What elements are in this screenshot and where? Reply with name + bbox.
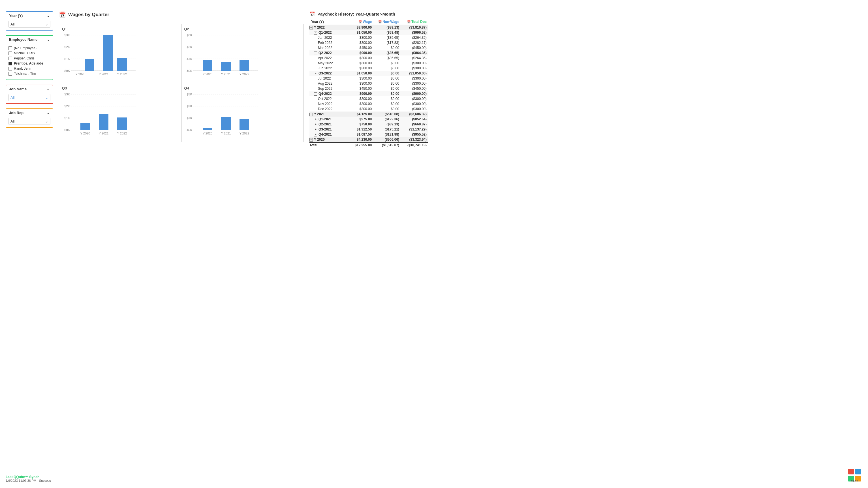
table-row[interactable]: −Q3-2022$1,050.00$0.00($1,050.00): [309, 71, 428, 76]
table-row[interactable]: Feb 2022$300.00($17.83)($282.17): [309, 40, 428, 45]
table-row[interactable]: +Y 2020$4,230.00($906.06)($3,323.94): [309, 137, 428, 142]
table-row[interactable]: −Q4-2022$900.00$0.00($900.00): [309, 91, 428, 96]
job-rep-filter-header[interactable]: Job Rep ⌄: [6, 109, 53, 117]
row-year-cell: +Q1-2021: [309, 117, 346, 122]
row-wage-cell: $300.00: [346, 35, 373, 40]
employee-name-label: Rand, Jenn: [14, 66, 31, 70]
row-wage-cell: $300.00: [346, 96, 373, 101]
svg-text:$1K: $1K: [64, 57, 70, 61]
row-nonwage-cell: ($53.48): [373, 30, 401, 35]
table-row[interactable]: +Q3-2021$1,312.50($175.21)($1,137.29): [309, 127, 428, 132]
row-nonwage-cell: $0.00: [373, 81, 401, 86]
employee-name-label: Prentice, Adelaide: [14, 61, 43, 65]
expand-icon[interactable]: +: [314, 133, 317, 136]
svg-text:Y 2022: Y 2022: [117, 132, 127, 135]
table-row[interactable]: Total$12,255.00($1,513.87)($10,741.13): [309, 142, 428, 148]
employee-checkbox[interactable]: [8, 67, 12, 70]
row-wage-cell: $3,900.00: [346, 25, 373, 30]
q1-bar-2022: [117, 58, 127, 71]
q3-chart: Q3 $3K $2K $1K $0K Y: [59, 83, 182, 142]
table-row[interactable]: Nov 2022$300.00$0.00($300.00): [309, 101, 428, 106]
svg-text:$3K: $3K: [64, 93, 70, 96]
svg-rect-21: [203, 60, 212, 71]
row-nonwage-cell: $0.00: [373, 45, 401, 51]
table-row[interactable]: Apr 2022$300.00($35.65)($264.35): [309, 56, 428, 61]
job-name-filter-header[interactable]: Job Name ⌄: [6, 85, 53, 93]
collapse-icon[interactable]: −: [309, 113, 313, 116]
svg-text:Y 2022: Y 2022: [239, 72, 249, 76]
svg-rect-36: [81, 123, 90, 130]
year-chevron-icon: ⌄: [47, 13, 50, 18]
employee-list-item[interactable]: Pepper, Chris: [8, 56, 51, 61]
employee-list-item[interactable]: (No Employee): [8, 45, 51, 51]
row-total-cell: ($996.52): [401, 30, 428, 35]
employee-filter: Employee Name ⌄ (No Employee)Mitchell, C…: [6, 35, 53, 80]
table-row[interactable]: −Y 2021$4,125.00($518.68)($3,606.32): [309, 112, 428, 117]
row-year-cell: Jun 2022: [309, 66, 346, 71]
svg-text:$0K: $0K: [64, 69, 70, 72]
table-row[interactable]: −Q2-2022$900.00($35.65)($864.35): [309, 51, 428, 56]
table-row[interactable]: −Y 2022$3,900.00($89.13)($3,810.87): [309, 25, 428, 30]
expand-icon[interactable]: +: [309, 138, 313, 142]
th-year: Year (Y): [311, 20, 324, 24]
employee-list-item[interactable]: Mitchell, Clark: [8, 51, 51, 56]
table-calendar-icon: 📅: [309, 11, 315, 17]
employee-list: (No Employee)Mitchell, ClarkPepper, Chri…: [8, 44, 51, 77]
expand-icon[interactable]: +: [314, 118, 317, 121]
svg-text:Y 2020: Y 2020: [81, 132, 90, 135]
expand-icon[interactable]: +: [314, 123, 317, 126]
job-rep-select[interactable]: All ⌄: [8, 118, 51, 125]
employee-list-item[interactable]: ✓Prentice, Adelaide: [8, 61, 51, 66]
svg-text:Y 2020: Y 2020: [75, 72, 86, 76]
table-row[interactable]: Jan 2022$300.00($35.65)($264.35): [309, 35, 428, 40]
table-row[interactable]: Oct 2022$300.00$0.00($300.00): [309, 96, 428, 101]
employee-checkbox[interactable]: [8, 72, 12, 75]
collapse-icon[interactable]: −: [314, 31, 317, 34]
svg-text:Y 2021: Y 2021: [221, 72, 231, 76]
q4-label: Q4: [184, 86, 301, 90]
employee-checkbox[interactable]: [8, 52, 12, 55]
row-nonwage-cell: ($518.68): [373, 112, 401, 117]
table-row[interactable]: Jun 2022$300.00$0.00($300.00): [309, 66, 428, 71]
row-nonwage-cell: $0.00: [373, 66, 401, 71]
table-row[interactable]: May 2022$300.00$0.00($300.00): [309, 61, 428, 66]
row-year-cell: −Q1-2022: [309, 30, 346, 35]
row-wage-cell: $450.00: [346, 86, 373, 91]
employee-checkbox[interactable]: ✓: [8, 62, 12, 65]
expand-icon[interactable]: +: [314, 128, 317, 131]
employee-checkbox[interactable]: [8, 47, 12, 50]
employee-list-item[interactable]: Rand, Jenn: [8, 66, 51, 71]
job-name-select[interactable]: All ⌄: [8, 94, 51, 101]
table-row[interactable]: Dec 2022$300.00$0.00($300.00): [309, 106, 428, 112]
collapse-icon[interactable]: −: [314, 92, 317, 96]
row-wage-cell: $300.00: [346, 76, 373, 81]
collapse-icon[interactable]: −: [314, 52, 317, 55]
th-total-icon: 📅: [407, 20, 410, 24]
year-filter-header[interactable]: Year (Y) ⌄: [6, 12, 53, 20]
table-row[interactable]: +Q1-2021$975.00($122.36)($852.64): [309, 117, 428, 122]
employee-checkbox[interactable]: [8, 57, 12, 60]
table-row[interactable]: Mar 2022$450.00$0.00($450.00): [309, 45, 428, 51]
year-select[interactable]: All ⌄: [8, 21, 51, 28]
row-total-cell: ($300.00): [401, 61, 428, 66]
q1-chart: Q1 $3K $2K $1K $0K: [59, 24, 182, 83]
row-nonwage-cell: ($35.65): [373, 51, 401, 56]
row-nonwage-cell: ($122.36): [373, 117, 401, 122]
table-row[interactable]: +Q2-2021$750.00($89.13)($660.87): [309, 122, 428, 127]
table-row[interactable]: Sep 2022$450.00$0.00($450.00): [309, 86, 428, 91]
employee-list-item[interactable]: Teichman, Tim: [8, 71, 51, 76]
row-year-cell: +Q2-2021: [309, 122, 346, 127]
job-name-chevron-icon: ⌄: [47, 87, 50, 91]
row-year-cell: +Y 2020: [309, 137, 346, 142]
collapse-icon[interactable]: −: [314, 72, 317, 75]
table-row[interactable]: Jul 2022$300.00$0.00($300.00): [309, 76, 428, 81]
row-total-cell: ($300.00): [401, 81, 428, 86]
table-row[interactable]: Aug 2022$300.00$0.00($300.00): [309, 81, 428, 86]
row-year-cell: Dec 2022: [309, 106, 346, 112]
collapse-icon[interactable]: −: [309, 26, 313, 29]
table-row[interactable]: −Q1-2022$1,050.00($53.48)($996.52): [309, 30, 428, 35]
chart-calendar-icon: 📅: [59, 11, 66, 18]
chart-section: 📅 Wages by Quarter Q1 $3K $2K $1K $0K: [59, 11, 304, 148]
employee-filter-header[interactable]: Employee Name ⌄: [6, 36, 53, 43]
table-row[interactable]: +Q4-2021$1,087.50($131.98)($955.52): [309, 132, 428, 137]
